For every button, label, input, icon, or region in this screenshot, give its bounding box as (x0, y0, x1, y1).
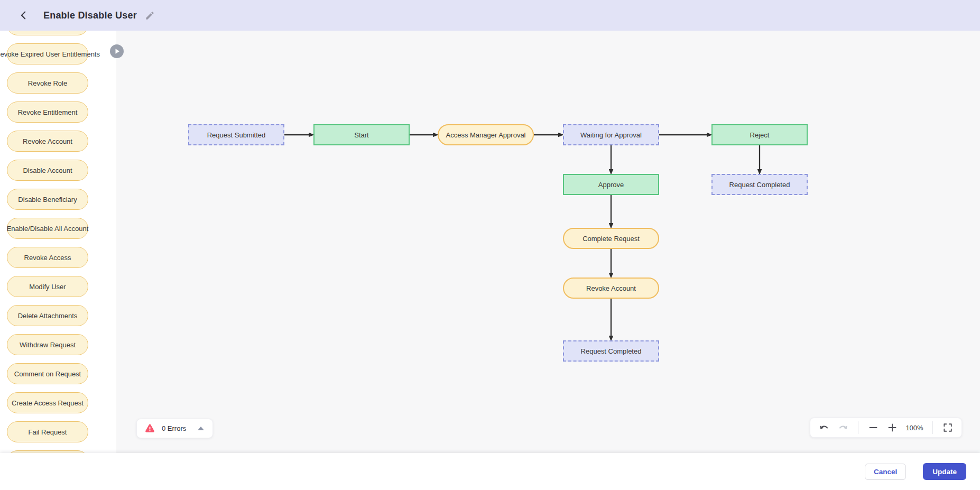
flow-node-access-manager-approval[interactable]: Access Manager Approval (438, 124, 534, 145)
flow-node-request-submitted[interactable]: Request Submitted (188, 124, 284, 145)
flow-node-revoke-account[interactable]: Revoke Account (563, 278, 659, 299)
header: Enable Disable User (0, 0, 980, 31)
undo-icon (818, 422, 830, 433)
fullscreen-button[interactable] (941, 421, 954, 434)
sidebar-item-revoke-account[interactable]: Revoke Account (7, 131, 88, 152)
flow-node-waiting-for-approval[interactable]: Waiting for Approval (563, 124, 659, 145)
toolbar-divider (858, 421, 858, 434)
sidebar-item-enable-disable-all-account[interactable]: Enable/Disable All Account (7, 218, 88, 239)
fullscreen-icon (943, 423, 953, 432)
warning-triangle-icon (144, 423, 155, 434)
zoom-level-label: 100% (905, 424, 924, 432)
flow-edges (0, 0, 980, 490)
sidebar-item-revoke-role[interactable]: Revoke Role (7, 72, 88, 94)
sidebar-item-disable-account[interactable]: Disable Account (7, 160, 88, 181)
undo-button[interactable] (818, 421, 830, 434)
sidebar-item-disable-beneficiary[interactable]: Disable Beneficiary (7, 189, 88, 210)
redo-icon (837, 422, 849, 433)
minus-icon (868, 423, 878, 432)
back-button[interactable] (16, 7, 32, 23)
pencil-icon (145, 11, 155, 21)
plus-icon (887, 423, 897, 432)
sidebar-item-delete-attachments[interactable]: Delete Attachments (7, 305, 88, 326)
flow-node-reject[interactable]: Reject (711, 124, 808, 145)
zoom-out-button[interactable] (867, 421, 880, 434)
zoom-in-button[interactable] (886, 421, 899, 434)
cancel-button[interactable]: Cancel (865, 464, 906, 480)
zoom-toolbar: 100% (810, 418, 962, 438)
sidebar-item-revoke-entitlement[interactable]: Revoke Entitlement (7, 101, 88, 123)
toolbar-divider (932, 421, 933, 434)
flow-node-request-completed-final[interactable]: Request Completed (563, 340, 659, 362)
errors-count-label: 0 Errors (162, 424, 186, 432)
collapse-caret-icon (198, 427, 204, 430)
page-title: Enable Disable User (43, 10, 137, 21)
redo-button[interactable] (837, 421, 849, 434)
errors-badge[interactable]: 0 Errors (136, 419, 213, 438)
sidebar: Revoke Expired User EntitlementsRevoke R… (0, 31, 116, 453)
footer-bar: Cancel Update (0, 453, 980, 490)
update-button[interactable]: Update (923, 463, 966, 480)
sidebar-item-modify-user[interactable]: Modify User (7, 276, 88, 297)
flow-node-request-completed-reject[interactable]: Request Completed (711, 174, 808, 195)
play-circle-icon (110, 44, 124, 58)
sidebar-item-revoke-expired-user-entitlements[interactable]: Revoke Expired User Entitlements (7, 43, 88, 64)
sidebar-item-comment-on-request[interactable]: Comment on Request (7, 363, 88, 384)
flow-node-approve[interactable]: Approve (563, 174, 659, 195)
sidebar-item-fail-request[interactable]: Fail Request (7, 421, 88, 442)
flow-node-start[interactable]: Start (313, 124, 410, 145)
sidebar-item-create-access-request[interactable]: Create Access Request (7, 392, 88, 413)
sidebar-item-withdraw-request[interactable]: Withdraw Request (7, 334, 88, 355)
flow-node-complete-request[interactable]: Complete Request (563, 228, 659, 249)
chevron-left-icon (18, 10, 30, 21)
sidebar-item-revoke-access[interactable]: Revoke Access (7, 247, 88, 268)
sidebar-collapse-toggle[interactable] (110, 44, 124, 58)
edit-title-button[interactable] (143, 8, 157, 22)
